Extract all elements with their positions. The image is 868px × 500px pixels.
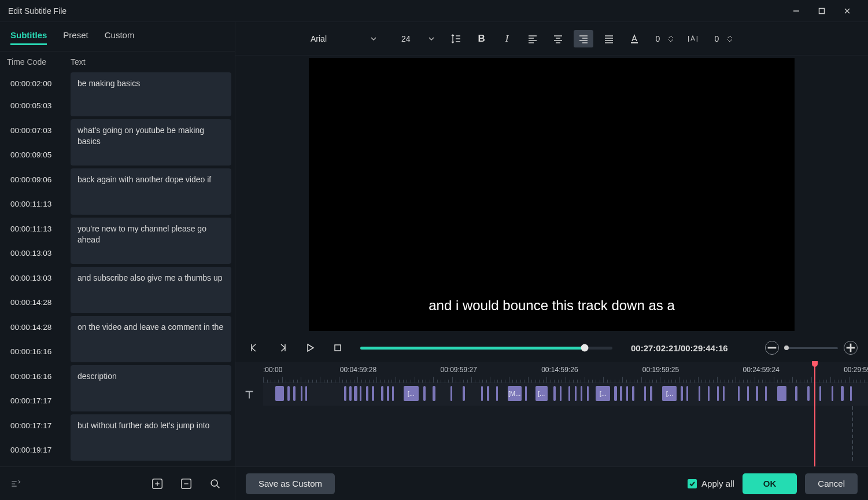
timeline-clip[interactable]: [581, 386, 582, 401]
timeline-clip[interactable]: [819, 386, 821, 401]
tab-preset[interactable]: Preset: [63, 30, 88, 45]
ok-button[interactable]: OK: [743, 473, 797, 494]
subtitle-row[interactable]: 00:00:14:2800:00:16:16on the video and l…: [5, 316, 231, 362]
zoom-out-button[interactable]: [765, 341, 779, 355]
timeline-clip[interactable]: [614, 386, 617, 401]
start-time[interactable]: 00:00:02:00: [5, 72, 67, 94]
timeline-clip[interactable]: [496, 386, 498, 401]
align-right-button[interactable]: [574, 30, 593, 47]
remove-button[interactable]: [175, 472, 198, 495]
close-button[interactable]: [834, 0, 860, 22]
start-time[interactable]: 00:00:14:28: [5, 316, 67, 338]
timeline-clip[interactable]: [626, 386, 628, 401]
start-time[interactable]: 00:00:07:03: [5, 119, 67, 141]
timeline-clip[interactable]: [587, 386, 589, 401]
timeline-clip[interactable]: [366, 386, 368, 401]
timeline-clip[interactable]: [560, 386, 562, 401]
timeline-clip[interactable]: [650, 386, 652, 401]
subtitle-text[interactable]: be making basics: [71, 72, 231, 116]
start-time[interactable]: 00:00:16:16: [5, 365, 67, 387]
timeline-clip[interactable]: [275, 386, 284, 401]
prev-frame-button[interactable]: [246, 339, 263, 356]
timeline-clip[interactable]: [699, 386, 700, 401]
timeline-clip[interactable]: [738, 386, 740, 401]
timeline-clip[interactable]: [717, 386, 719, 401]
timeline-clip[interactable]: [392, 386, 394, 401]
subtitle-row[interactable]: 00:00:07:0300:00:09:05what's going on yo…: [5, 119, 231, 166]
timeline-clip[interactable]: [850, 386, 852, 401]
spacing-input[interactable]: 0: [711, 34, 736, 43]
timeline-tracks[interactable]: :00:0000:04:59:2800:09:59:2700:14:59:260…: [263, 362, 868, 466]
text-color-button[interactable]: [625, 30, 644, 47]
subtitle-text[interactable]: and subscribe also give me a thumbs up: [71, 267, 231, 313]
end-time[interactable]: 00:00:09:05: [5, 144, 67, 166]
timeline-clip[interactable]: [293, 386, 296, 401]
timeline-clip[interactable]: [381, 386, 383, 401]
timeline-clip[interactable]: [795, 386, 797, 401]
timeline-clip[interactable]: [463, 386, 465, 401]
timeline-ruler[interactable]: :00:0000:04:59:2800:09:59:2700:14:59:260…: [263, 362, 868, 383]
settings-icon[interactable]: [8, 476, 23, 491]
font-size-select[interactable]: 24: [396, 30, 441, 47]
start-time[interactable]: 00:00:17:17: [5, 414, 67, 436]
text-track-icon[interactable]: [235, 383, 263, 406]
subtitle-row[interactable]: 00:00:09:0600:00:11:13back again with an…: [5, 168, 231, 215]
playhead[interactable]: [814, 362, 815, 466]
timeline-clip[interactable]: [832, 386, 833, 401]
timeline-clip[interactable]: [305, 386, 307, 401]
timeline-clip[interactable]: [481, 386, 483, 401]
timeline-clip[interactable]: [287, 386, 290, 401]
end-time[interactable]: 00:00:13:03: [5, 242, 67, 264]
zoom-slider[interactable]: [785, 347, 838, 349]
subtitle-text[interactable]: you're new to my channel please go ahead: [71, 218, 231, 264]
timeline-clip[interactable]: [...: [662, 386, 677, 401]
minimize-button[interactable]: [784, 0, 809, 22]
search-button[interactable]: [204, 472, 227, 495]
timeline-clip[interactable]: [620, 386, 622, 401]
letter-spacing-button[interactable]: [683, 30, 703, 47]
add-button[interactable]: [146, 472, 169, 495]
stop-button[interactable]: [329, 339, 346, 356]
position-input[interactable]: 0: [652, 34, 678, 43]
timeline-clip[interactable]: [349, 386, 352, 401]
subtitle-row[interactable]: 00:00:02:0000:00:05:03be making basics: [5, 72, 231, 116]
timeline-clip[interactable]: [553, 386, 556, 401]
progress-thumb[interactable]: [581, 344, 589, 352]
subtitle-row[interactable]: 00:00:13:0300:00:14:28and subscribe also…: [5, 267, 231, 313]
end-time[interactable]: 00:00:14:28: [5, 291, 67, 313]
subtitle-list[interactable]: 00:00:02:0000:00:05:03be making basics 0…: [0, 72, 235, 466]
font-select[interactable]: Arial: [305, 30, 383, 47]
subtitle-track[interactable]: [...[M...[...[...[...: [263, 383, 868, 406]
subtitle-row[interactable]: 00:00:11:1300:00:13:03you're new to my c…: [5, 218, 231, 264]
timeline-clip[interactable]: [360, 386, 361, 401]
end-time[interactable]: 00:00:16:16: [5, 340, 67, 362]
timeline-clip[interactable]: [686, 386, 688, 401]
tab-custom[interactable]: Custom: [105, 30, 135, 45]
timeline-clip[interactable]: [487, 386, 489, 401]
subtitle-text[interactable]: on the video and leave a comment in the: [71, 316, 231, 362]
timeline-clip[interactable]: [632, 386, 634, 401]
end-time[interactable]: 00:00:17:17: [5, 389, 67, 411]
subtitle-text[interactable]: back again with another dope video if: [71, 168, 231, 215]
timeline-clip[interactable]: [575, 386, 577, 401]
align-left-button[interactable]: [523, 30, 542, 47]
next-frame-button[interactable]: [274, 339, 291, 356]
timeline-clip[interactable]: [568, 386, 570, 401]
timeline-clip[interactable]: [450, 386, 452, 401]
subtitle-row[interactable]: 00:00:16:1600:00:17:17description: [5, 365, 231, 411]
end-time[interactable]: 00:00:19:17: [5, 439, 67, 461]
timeline-clip[interactable]: [...: [535, 386, 548, 401]
play-button[interactable]: [301, 339, 319, 356]
zoom-in-button[interactable]: [844, 341, 858, 355]
timeline-clip[interactable]: [644, 386, 646, 401]
italic-button[interactable]: I: [497, 30, 517, 47]
timeline-clip[interactable]: [433, 386, 435, 401]
timeline-clip[interactable]: [747, 386, 749, 401]
timeline-clip[interactable]: [M...: [508, 386, 522, 401]
timeline-clip[interactable]: [708, 386, 710, 401]
timeline-clip[interactable]: [807, 386, 809, 401]
timeline-clip[interactable]: [756, 386, 758, 401]
tab-subtitles[interactable]: Subtitles: [10, 30, 47, 45]
video-frame[interactable]: and i would bounce this track down as a: [309, 58, 795, 331]
start-time[interactable]: 00:00:11:13: [5, 218, 67, 240]
